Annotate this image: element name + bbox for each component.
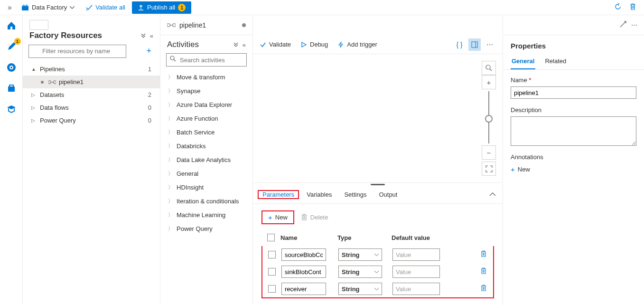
- activity-category[interactable]: 〉Machine Learning: [160, 208, 252, 222]
- chevrons-icon[interactable]: [140, 32, 146, 38]
- publish-all-label: Publish all: [147, 4, 175, 11]
- tree-category-dataflows[interactable]: ▷Data flows 0: [23, 101, 160, 114]
- learning-icon[interactable]: [5, 103, 18, 116]
- tree-item-pipeline1[interactable]: pipeline1: [23, 76, 160, 88]
- activity-category[interactable]: 〉HDInsight: [160, 181, 252, 194]
- more-icon[interactable]: ⋯: [631, 21, 637, 29]
- chevrons-icon[interactable]: [233, 41, 239, 47]
- svg-rect-8: [48, 81, 51, 84]
- collapse-panel-icon[interactable]: «: [150, 32, 153, 39]
- home-icon[interactable]: [5, 19, 18, 32]
- tab-output[interactable]: Output: [378, 187, 398, 202]
- publish-all-button[interactable]: Publish all 1: [132, 1, 191, 14]
- pipeline-tab[interactable]: pipeline1: [160, 15, 252, 35]
- properties-tab-related[interactable]: Related: [544, 54, 567, 69]
- param-name-input[interactable]: [281, 283, 326, 295]
- data-factory-dropdown[interactable]: Data Factory: [17, 2, 79, 13]
- more-icon[interactable]: ⋯: [484, 38, 496, 51]
- activities-title: Activities: [167, 40, 199, 49]
- refresh-icon[interactable]: [612, 1, 624, 14]
- activity-category[interactable]: 〉General: [160, 167, 252, 181]
- check-icon: [86, 4, 93, 11]
- tree-category-datasets[interactable]: ▷Datasets 2: [23, 88, 160, 101]
- new-annotation-button[interactable]: + New: [511, 163, 636, 173]
- param-default-input[interactable]: [392, 248, 440, 261]
- zoom-thumb[interactable]: [485, 115, 493, 123]
- col-name: Name: [280, 234, 337, 241]
- tree-category-powerquery[interactable]: ▷Power Query 0: [23, 114, 160, 127]
- param-name-input[interactable]: [281, 266, 326, 278]
- select-all-checkbox[interactable]: [267, 234, 275, 241]
- tab-parameters[interactable]: Parameters: [258, 190, 299, 199]
- row-delete-icon[interactable]: [474, 250, 493, 259]
- param-type-select[interactable]: String: [338, 248, 382, 261]
- validate-all-button[interactable]: Validate all: [81, 2, 130, 13]
- delete-icon[interactable]: [627, 1, 638, 14]
- collapse-activities-icon[interactable]: «: [243, 41, 246, 48]
- param-type-select[interactable]: String: [338, 283, 382, 295]
- activities-panel: pipeline1 Activities « 〉Move & transform…: [160, 15, 253, 305]
- zoom-in-button[interactable]: +: [482, 75, 496, 89]
- name-input[interactable]: [511, 86, 636, 99]
- resources-panel: Factory Resources « + ▲Pipelines 1: [23, 15, 160, 305]
- param-default-input[interactable]: [392, 266, 440, 278]
- tree-count: 0: [148, 104, 151, 111]
- delete-parameter-button[interactable]: Delete: [301, 214, 328, 221]
- chevron-down-icon: [374, 271, 379, 273]
- manage-icon[interactable]: [5, 82, 18, 95]
- left-icon-nav: 1: [0, 15, 23, 305]
- expand-icon[interactable]: [620, 21, 626, 29]
- add-resource-button[interactable]: +: [143, 44, 154, 58]
- chevron-down-icon: [70, 6, 75, 9]
- author-badge: 1: [14, 38, 21, 45]
- svg-rect-0: [22, 6, 28, 10]
- add-trigger-button[interactable]: Add trigger: [337, 41, 377, 48]
- validate-button[interactable]: Validate: [260, 41, 291, 48]
- activity-category[interactable]: 〉Power Query: [160, 222, 252, 236]
- search-activities-input[interactable]: [166, 53, 247, 67]
- braces-icon[interactable]: { }: [453, 38, 466, 51]
- fit-to-screen-icon[interactable]: [482, 162, 496, 176]
- pipeline-canvas[interactable]: + −: [253, 54, 503, 182]
- collapse-bottom-icon[interactable]: [489, 191, 496, 198]
- svg-point-6: [10, 67, 12, 68]
- tree-label: Power Query: [40, 117, 76, 124]
- tab-settings[interactable]: Settings: [343, 187, 367, 202]
- plus-icon: +: [268, 213, 272, 221]
- param-default-input[interactable]: [392, 283, 440, 295]
- row-delete-icon[interactable]: [474, 267, 493, 276]
- properties-toggle-icon[interactable]: [468, 38, 481, 51]
- tab-variables[interactable]: Variables: [306, 187, 333, 202]
- play-icon: [300, 41, 307, 48]
- activity-category[interactable]: 〉Azure Data Explorer: [160, 98, 252, 112]
- row-checkbox[interactable]: [268, 268, 276, 276]
- tree-category-pipelines[interactable]: ▲Pipelines 1: [23, 63, 160, 76]
- properties-tab-general[interactable]: General: [511, 54, 535, 69]
- new-parameter-button[interactable]: + New: [261, 210, 294, 224]
- row-checkbox[interactable]: [268, 285, 276, 293]
- zoom-slider[interactable]: [488, 91, 489, 143]
- activity-category[interactable]: 〉Data Lake Analytics: [160, 153, 252, 167]
- debug-button[interactable]: Debug: [300, 41, 328, 48]
- activity-category[interactable]: 〉Azure Function: [160, 112, 252, 125]
- upload-icon: [138, 4, 144, 11]
- top-toolbar: » Data Factory Validate all Publish all …: [0, 0, 644, 15]
- expand-chevrons-icon[interactable]: »: [5, 2, 15, 13]
- filter-resources-input[interactable]: [28, 45, 126, 58]
- author-icon[interactable]: 1: [5, 40, 18, 53]
- monitor-icon[interactable]: [5, 61, 18, 74]
- description-textarea[interactable]: [511, 116, 636, 146]
- row-checkbox[interactable]: [268, 251, 276, 258]
- tree-child-label: pipeline1: [59, 78, 84, 86]
- zoom-out-button[interactable]: −: [482, 145, 496, 160]
- param-type-select[interactable]: String: [338, 266, 382, 278]
- activity-category[interactable]: 〉Batch Service: [160, 125, 252, 139]
- activity-category[interactable]: 〉Move & transform: [160, 70, 252, 84]
- search-zoom-icon[interactable]: [482, 61, 496, 75]
- activity-category[interactable]: 〉Databricks: [160, 139, 252, 153]
- pipeline-icon: [167, 22, 176, 28]
- param-name-input[interactable]: [281, 248, 326, 261]
- row-delete-icon[interactable]: [474, 285, 493, 293]
- activity-category[interactable]: 〉Synapse: [160, 84, 252, 98]
- activity-category[interactable]: 〉Iteration & conditionals: [160, 194, 252, 208]
